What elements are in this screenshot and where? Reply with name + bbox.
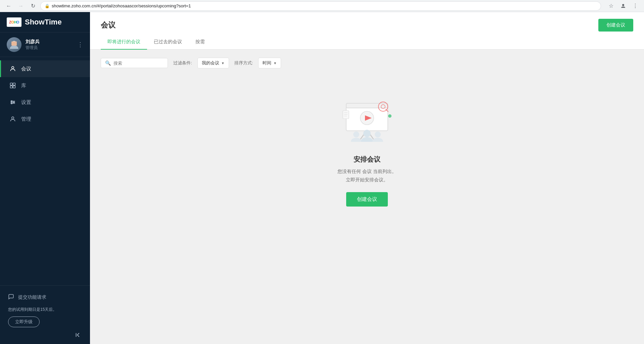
profile-button[interactable]	[618, 1, 628, 11]
menu-button[interactable]: ⋮	[631, 1, 640, 11]
sessions-label: 会议	[21, 66, 31, 72]
app-name: ShowTime	[25, 18, 62, 26]
sidebar-item-library[interactable]: 库	[0, 77, 90, 94]
back-button[interactable]: ←	[4, 1, 13, 11]
filter-chevron-icon: ▼	[221, 61, 225, 65]
browser-chrome: ← → ↻ 🔒 showtime.zoho.com.cn/#/portal/zo…	[0, 0, 644, 12]
sidebar-logo: ZOHO ShowTime	[0, 12, 90, 33]
main-content: 会议 创建会议 即将进行的会议 已过去的会议 按需 🔍 过滤条件: 我的会议 ▼	[90, 12, 644, 344]
empty-state-title: 安排会议	[354, 155, 380, 164]
sort-chevron-icon: ▼	[273, 61, 277, 65]
tabs: 即将进行的会议 已过去的会议 按需	[101, 36, 633, 49]
collapse-button[interactable]	[7, 329, 83, 339]
avatar	[7, 37, 21, 52]
svg-rect-6	[13, 83, 15, 85]
search-icon: 🔍	[105, 60, 111, 66]
filter-label: 过滤条件:	[173, 60, 192, 66]
sidebar-nav: 会议 库	[0, 57, 90, 285]
user-role: 管理员	[26, 45, 73, 51]
sidebar-item-sessions[interactable]: 会议	[0, 60, 90, 77]
create-session-button-empty[interactable]: 创建会议	[346, 192, 388, 207]
avatar-image	[7, 37, 21, 52]
feedback-item[interactable]: 提交功能请求	[7, 291, 83, 303]
svg-rect-5	[10, 83, 13, 85]
svg-point-15	[12, 117, 14, 119]
sidebar-footer: 提交功能请求 您的试用到期日是15天后。 立即升级	[0, 285, 90, 344]
sort-value: 时间	[263, 60, 271, 66]
upgrade-button[interactable]: 立即升级	[8, 317, 40, 327]
main-body: 🔍 过滤条件: 我的会议 ▼ 排序方式: 时间 ▼	[90, 50, 644, 344]
svg-point-4	[12, 66, 14, 69]
sessions-icon	[9, 65, 16, 72]
library-icon	[9, 82, 16, 89]
svg-point-0	[622, 4, 624, 6]
sort-label: 排序方式:	[234, 60, 253, 66]
page-title-row: 会议 创建会议	[101, 19, 633, 36]
trial-text: 您的试用到期日是15天后。	[8, 307, 82, 312]
tab-ondemand[interactable]: 按需	[189, 36, 212, 50]
empty-state-subtitle: 您没有任何 会议 当前列出。 立即开始安排会议。	[337, 167, 397, 184]
svg-point-14	[11, 103, 12, 104]
tab-upcoming[interactable]: 即将进行的会议	[101, 36, 147, 50]
address-bar[interactable]: 🔒 showtime.zoho.com.cn/#/portal/zohosaas…	[40, 1, 601, 11]
svg-point-32	[353, 131, 359, 137]
svg-point-27	[388, 114, 392, 118]
bookmark-button[interactable]: ☆	[606, 1, 616, 11]
main-header: 会议 创建会议 即将进行的会议 已过去的会议 按需	[90, 12, 644, 50]
svg-rect-3	[11, 41, 17, 46]
filter-dropdown[interactable]: 我的会议 ▼	[197, 58, 229, 68]
filter-value: 我的会议	[202, 60, 219, 66]
svg-rect-8	[13, 86, 15, 88]
settings-label: 设置	[21, 99, 31, 106]
svg-point-13	[13, 102, 14, 103]
forward-button[interactable]: →	[16, 1, 26, 11]
admin-icon	[9, 115, 16, 123]
svg-point-34	[375, 131, 381, 137]
filter-bar: 🔍 过滤条件: 我的会议 ▼ 排序方式: 时间 ▼	[101, 58, 633, 68]
empty-state-line1: 您没有任何 会议 当前列出。	[337, 169, 397, 174]
user-info: 刘彦兵 管理员	[26, 39, 73, 51]
feedback-icon	[8, 294, 14, 301]
svg-rect-7	[10, 86, 13, 88]
settings-icon	[9, 99, 16, 106]
browser-actions: ☆ ⋮	[606, 1, 640, 11]
svg-point-33	[363, 130, 371, 137]
zoho-logo-badge: ZOHO	[7, 17, 21, 27]
sidebar-user: 刘彦兵 管理员 ⋮	[0, 33, 90, 57]
tab-past[interactable]: 已过去的会议	[147, 36, 189, 50]
svg-point-12	[11, 101, 12, 102]
search-input[interactable]	[113, 61, 160, 66]
sort-dropdown[interactable]: 时间 ▼	[258, 58, 281, 68]
empty-state-line2: 立即开始安排会议。	[346, 177, 388, 182]
reload-button[interactable]: ↻	[28, 1, 38, 11]
url-text: showtime.zoho.com.cn/#/portal/zohosaasco…	[52, 3, 597, 8]
sidebar: ZOHO ShowTime 刘彦兵 管理员 ⋮	[0, 12, 90, 344]
lock-icon: 🔒	[45, 4, 50, 8]
sidebar-item-admin[interactable]: 管理	[0, 111, 90, 127]
empty-illustration	[333, 90, 401, 147]
empty-state: 安排会议 您没有任何 会议 当前列出。 立即开始安排会议。 创建会议	[101, 76, 633, 220]
feedback-label: 提交功能请求	[18, 294, 46, 300]
sidebar-item-settings[interactable]: 设置	[0, 94, 90, 111]
svg-rect-28	[343, 111, 349, 119]
create-session-button-top[interactable]: 创建会议	[598, 19, 633, 32]
user-menu-button[interactable]: ⋮	[77, 41, 83, 48]
user-name: 刘彦兵	[26, 39, 73, 45]
app-container: ZOHO ShowTime 刘彦兵 管理员 ⋮	[0, 12, 644, 344]
search-box[interactable]: 🔍	[101, 58, 168, 68]
admin-label: 管理	[21, 116, 31, 122]
library-label: 库	[21, 82, 26, 89]
page-title: 会议	[101, 20, 116, 30]
